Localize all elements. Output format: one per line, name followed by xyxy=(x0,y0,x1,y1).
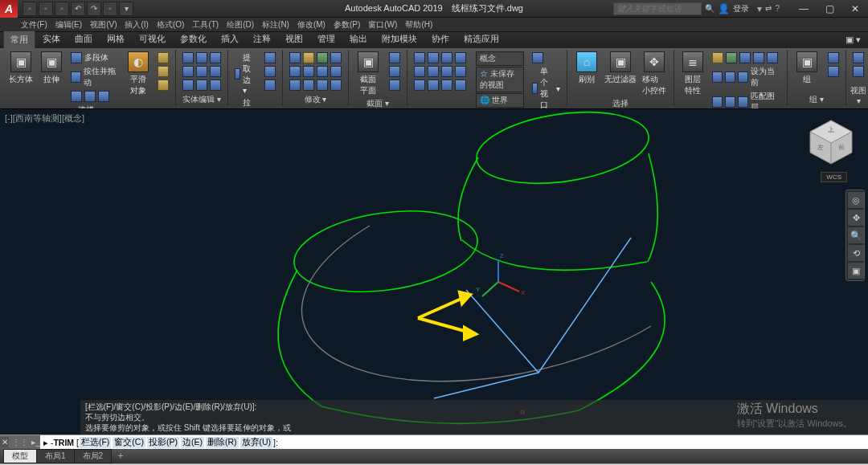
nav-zoom-icon[interactable]: 🔍 xyxy=(848,227,864,243)
svg-point-1 xyxy=(289,200,482,302)
qat-open-icon[interactable]: ▫ xyxy=(39,2,53,16)
search-icon[interactable]: 🔍 xyxy=(705,4,714,13)
layout-tabs: 模型 布局1 布局2 ＋ xyxy=(0,449,868,463)
tab-output[interactable]: 输出 xyxy=(342,30,375,48)
command-history: [栏选(F)/窗交(C)/投影(P)/边(E)/删除(R)/放弃(U)]: 不与… xyxy=(80,400,868,434)
qat-new-icon[interactable]: ▫ xyxy=(23,2,37,16)
tab-ribbon-toggle[interactable]: ▣ ▾ xyxy=(838,31,868,48)
drawing-viewport[interactable]: [-][西南等轴测][概念] Z X Y xyxy=(0,109,868,434)
help-icon[interactable]: ? xyxy=(775,4,780,13)
tab-view[interactable]: 视图 xyxy=(278,30,310,48)
extract-edges-button[interactable]: 提取边 ▾ xyxy=(231,51,260,96)
svg-text:前: 前 xyxy=(838,144,845,151)
tab-solid[interactable]: 实体 xyxy=(35,30,68,48)
layer-properties-button[interactable]: ≣图层 特性 xyxy=(678,51,707,96)
tab-surface[interactable]: 曲面 xyxy=(68,30,100,48)
cmd-grip-icon[interactable]: ⋮⋮ xyxy=(12,438,28,447)
section-plane-button[interactable]: ▣截面 平面 xyxy=(352,51,384,96)
viewcube[interactable]: 上 左 前 xyxy=(807,117,855,165)
layout-tab-model[interactable]: 模型 xyxy=(3,449,37,463)
nav-showmotion-icon[interactable]: ▣ xyxy=(848,263,864,279)
box-button[interactable]: ▣长方体 xyxy=(6,51,35,85)
app-icon: A xyxy=(0,0,18,18)
exchange-icon[interactable]: ▾ xyxy=(757,3,762,14)
svg-text:Y: Y xyxy=(476,286,481,293)
window-title: Autodesk AutoCAD 2019 线框练习文件.dwg xyxy=(345,2,523,14)
nav-bar: ◎ ✥ 🔍 ⟲ ▣ xyxy=(845,190,865,281)
panel-model-label[interactable]: 建模 ▾ xyxy=(6,103,172,109)
tab-manage[interactable]: 管理 xyxy=(310,30,342,48)
polysolid-button[interactable]: 多段体 xyxy=(68,51,122,64)
qat-undo-icon[interactable]: ↶ xyxy=(71,2,85,16)
qat-print-icon[interactable]: ▫ xyxy=(103,2,117,16)
ucs-dropdown[interactable]: 🌐 世界 xyxy=(476,93,524,108)
svg-text:Z: Z xyxy=(500,252,504,259)
extrude-button[interactable]: ▣拉伸 xyxy=(37,51,66,85)
viewport-config-button[interactable]: 单个视口▾ xyxy=(529,65,563,109)
extrude-face-button[interactable]: 拉伸面 ▾ xyxy=(231,96,260,109)
tab-featured[interactable]: 精选应用 xyxy=(457,30,506,48)
move-gizmo-button[interactable]: ✥移动 小控件 xyxy=(638,51,670,96)
cmd-menu-icon[interactable]: ▸_ xyxy=(31,438,40,447)
qat-more-icon[interactable]: ▾ xyxy=(119,2,133,16)
brush-select-button[interactable]: ⌂刷别 xyxy=(571,51,603,85)
tab-annotate[interactable]: 注释 xyxy=(246,30,278,48)
command-line: ✕ ⋮⋮ ▸_ ▸ - TRIM [ 栏选(F) 窗交(C) 投影(P) 边(E… xyxy=(0,434,868,449)
close-button[interactable]: ✕ xyxy=(842,0,868,18)
layout-tab-1[interactable]: 布局1 xyxy=(36,449,75,463)
qat-save-icon[interactable]: ▫ xyxy=(55,2,69,16)
nav-orbit-icon[interactable]: ⟲ xyxy=(848,245,864,261)
login-button[interactable]: 登录 xyxy=(733,3,749,14)
nofilter-button[interactable]: ▣无过滤器 xyxy=(604,51,637,85)
visualstyle-dropdown[interactable]: 概念 xyxy=(476,51,524,66)
cmd-close-icon[interactable]: ✕ xyxy=(0,437,9,448)
svg-text:上: 上 xyxy=(828,126,834,133)
tab-collab[interactable]: 协作 xyxy=(424,30,457,48)
nav-pan-icon[interactable]: ✥ xyxy=(848,210,864,226)
nav-wheel-icon[interactable]: ◎ xyxy=(848,192,864,208)
group-button[interactable]: ▣组 xyxy=(791,51,823,85)
tab-visualize[interactable]: 可视化 xyxy=(132,30,173,48)
svg-text:X: X xyxy=(521,289,526,296)
layout-tab-2[interactable]: 布局2 xyxy=(74,449,113,463)
svg-marker-12 xyxy=(465,328,476,339)
tab-addins[interactable]: 附加模块 xyxy=(375,30,424,48)
svg-line-4 xyxy=(498,282,519,292)
tab-mesh[interactable]: 网格 xyxy=(100,30,132,48)
smooth-button[interactable]: ◐平滑 对象 xyxy=(124,51,153,96)
tab-home[interactable]: 常用 xyxy=(3,31,35,48)
ribbon-tabs: 常用 实体 曲面 网格 可视化 参数化 插入 注释 视图 管理 输出 附加模块 … xyxy=(0,32,868,48)
help-dd-icon[interactable]: ⇄ xyxy=(765,4,772,13)
tab-insert[interactable]: 插入 xyxy=(214,30,246,48)
qat-redo-icon[interactable]: ↷ xyxy=(87,2,101,16)
tab-parametric[interactable]: 参数化 xyxy=(173,30,214,48)
wcs-label[interactable]: WCS xyxy=(821,172,847,182)
revolve-button[interactable] xyxy=(68,90,122,103)
svg-marker-10 xyxy=(460,292,470,304)
help-search-input[interactable] xyxy=(613,2,702,15)
svg-point-0 xyxy=(472,109,653,194)
maximize-button[interactable]: ▢ xyxy=(817,0,842,18)
svg-text:左: 左 xyxy=(817,144,824,151)
minimize-button[interactable]: — xyxy=(791,0,817,18)
presspull-button[interactable]: 按住并拖动 xyxy=(68,65,122,89)
model-canvas[interactable]: Z X Y xyxy=(0,109,868,434)
savedviews-dropdown[interactable]: ☆ 未保存的视图 xyxy=(476,67,524,92)
svg-line-5 xyxy=(482,282,498,296)
ribbon: ▣长方体 ▣拉伸 多段体 按住并拖动 ◐平滑 对象 建模 ▾ 实体编辑 ▾ xyxy=(0,48,868,109)
user-icon[interactable]: 👤 xyxy=(718,3,730,14)
command-input[interactable]: ▸ - TRIM [ 栏选(F) 窗交(C) 投影(P) 边(E) 删除(R) … xyxy=(40,435,868,449)
layout-add-button[interactable]: ＋ xyxy=(111,448,130,463)
